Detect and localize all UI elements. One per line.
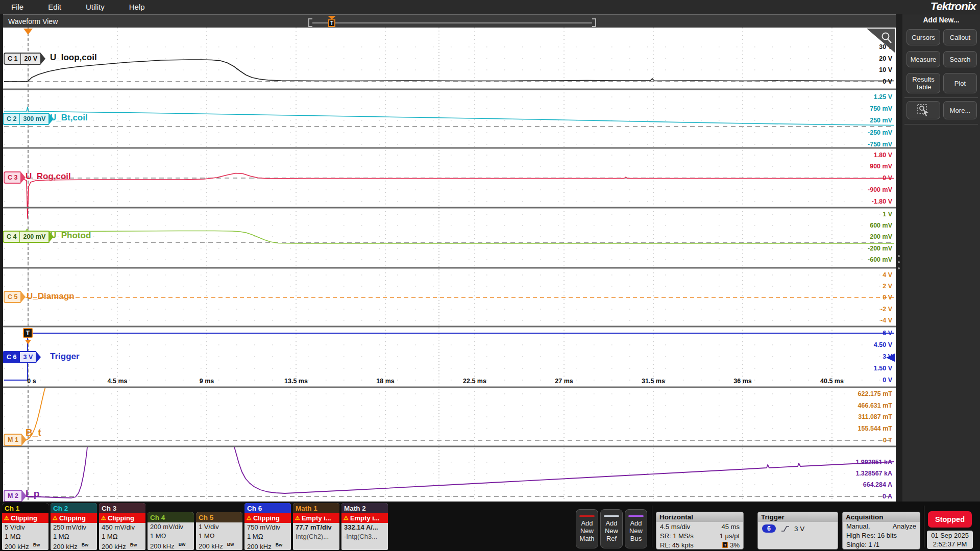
badge-ch-4[interactable]: Ch 4200 mV/div1 MΩ200 kHzBw bbox=[148, 512, 194, 550]
time-axis-label: 22.5 ms bbox=[452, 378, 498, 385]
axis-tick: 4.50 V bbox=[874, 341, 892, 349]
time-text: 2:52:37 PM bbox=[933, 540, 967, 548]
badge-header: Ch 1 bbox=[2, 503, 48, 513]
panel-drag-handle[interactable] bbox=[898, 267, 900, 269]
trigger-flag-icon: T bbox=[722, 542, 728, 548]
badge-warning: ⚠Empty i... bbox=[341, 513, 388, 523]
button-label: Add New Ref bbox=[605, 519, 618, 542]
channel-handle-c2[interactable]: C 2300 mV bbox=[3, 113, 54, 125]
add-new-ref-button[interactable]: Add New Ref bbox=[600, 509, 623, 548]
acquisition-panel-title: Acquisition bbox=[843, 512, 920, 522]
horizontal-panel-title: Horizontal bbox=[656, 512, 743, 522]
zoom-select-button[interactable] bbox=[906, 101, 940, 119]
warning-text: Clipping bbox=[108, 514, 134, 522]
add-new-bus-button[interactable]: Add New Bus bbox=[625, 509, 647, 548]
badge-math-1[interactable]: Math 1⚠Empty i...77.7 mT/divIntg(Ch2)... bbox=[293, 503, 339, 550]
time-axis-label: 27 ms bbox=[541, 378, 587, 385]
channel-handle-scale: 200 mV bbox=[19, 231, 48, 243]
panel-drag-handle[interactable] bbox=[898, 255, 900, 257]
channel-label: Trigger bbox=[50, 352, 80, 362]
badge-header: Ch 3 bbox=[99, 503, 145, 513]
badge-header: Math 2 bbox=[341, 503, 388, 513]
channel-handle-id: M 1 bbox=[4, 434, 21, 446]
axis-tick: -600 mV bbox=[868, 256, 892, 264]
button-stripe bbox=[628, 515, 644, 517]
menu-utility[interactable]: Utility bbox=[86, 3, 105, 11]
waveform-plot[interactable]: T 30 V20 V10 V0 V1.25 V750 mV250 mV-250 … bbox=[3, 28, 896, 502]
channel-handle-c6[interactable]: C 63 V bbox=[3, 351, 41, 363]
badge-scale: 77.7 mT/div bbox=[293, 523, 339, 532]
badge-scale: 200 mV/div bbox=[148, 522, 194, 532]
trigger-panel[interactable]: Trigger 6 3 V bbox=[757, 512, 838, 549]
badge-ch-5[interactable]: Ch 51 V/div1 MΩ200 kHzBw bbox=[196, 512, 242, 550]
channel-handle-m1[interactable]: M 1 bbox=[4, 434, 27, 446]
button-label: Add New Bus bbox=[629, 519, 643, 542]
add-new-panel: Add New... Cursors Callout Measure Searc… bbox=[902, 14, 980, 502]
warning-icon: ⚠ bbox=[101, 515, 106, 521]
badge-ch-2[interactable]: Ch 2⚠Clipping250 mV/div1 MΩ200 kHzBw bbox=[51, 503, 97, 550]
channel-handle-c4[interactable]: C 4200 mV bbox=[3, 231, 54, 243]
zoom-select-icon bbox=[917, 104, 930, 117]
trigger-level-arrow[interactable] bbox=[886, 354, 895, 362]
badge-math-2[interactable]: Math 2⚠Empty i...332.14 A/...-Intg(Ch3..… bbox=[341, 503, 388, 550]
panel-drag-handle[interactable] bbox=[898, 261, 900, 263]
results-table-button[interactable]: Results Table bbox=[906, 73, 940, 93]
acquisition-single: Single: 1 /1 bbox=[843, 540, 920, 549]
more-button[interactable]: More... bbox=[943, 101, 977, 119]
channel-handle-tip bbox=[21, 434, 27, 446]
warning-icon: ⚠ bbox=[4, 515, 9, 521]
record-trigger-triangle bbox=[328, 16, 336, 19]
menu-file[interactable]: File bbox=[11, 3, 23, 11]
waveform-c4-u-photod bbox=[4, 229, 894, 243]
callout-button[interactable]: Callout bbox=[943, 29, 977, 45]
bandwidth-limit-suffix: Bw bbox=[82, 542, 89, 547]
menu-help[interactable]: Help bbox=[129, 3, 145, 11]
run-stop-button[interactable]: Stopped bbox=[928, 511, 972, 528]
menu-edit[interactable]: Edit bbox=[48, 3, 61, 11]
measure-button[interactable]: Measure bbox=[906, 51, 940, 67]
add-new-math-button[interactable]: Add New Math bbox=[576, 509, 598, 548]
channel-handle-c3[interactable]: C 3 bbox=[4, 171, 26, 184]
badge-header: Ch 2 bbox=[51, 503, 97, 513]
warning-text: Empty i... bbox=[302, 514, 331, 522]
warning-icon: ⚠ bbox=[344, 515, 349, 521]
axis-tick: 0 V bbox=[883, 174, 892, 182]
waveform-view-title: Waveform View bbox=[8, 17, 58, 26]
date-text: 01 Sep 2025 bbox=[931, 531, 969, 540]
axis-tick: 664.284 A bbox=[863, 481, 892, 489]
record-trigger-flag[interactable]: T bbox=[328, 19, 335, 27]
record-view-left-bracket[interactable] bbox=[308, 18, 312, 27]
horizontal-record-length: RL: 45 kpts bbox=[660, 541, 720, 549]
record-view-right-bracket[interactable] bbox=[592, 18, 596, 27]
time-axis-label: 40.5 ms bbox=[809, 378, 855, 385]
search-button[interactable]: Search bbox=[943, 51, 977, 67]
horizontal-panel[interactable]: Horizontal 4.5 ms/div 45 ms SR: 1 MS/s 1… bbox=[656, 512, 744, 549]
badge-header: Ch 6 bbox=[244, 503, 291, 513]
time-axis-label: 0 s bbox=[9, 378, 55, 385]
channel-label: U_Diamagn bbox=[27, 291, 75, 302]
plot-button[interactable]: Plot bbox=[943, 73, 977, 93]
channel-handle-scale: 20 V bbox=[20, 53, 40, 65]
acquisition-analyze: Analyze bbox=[893, 522, 916, 531]
badge-ch-6[interactable]: Ch 6⚠Clipping750 mV/div1 MΩ200 kHzBw bbox=[244, 503, 291, 550]
acquisition-panel[interactable]: Acquisition Manual, Analyze High Res: 16… bbox=[842, 512, 920, 549]
badge-ch-1[interactable]: Ch 1⚠Clipping5 V/div1 MΩ200 kHzBw bbox=[2, 503, 48, 550]
horizontal-window: 45 ms bbox=[720, 523, 740, 531]
channel-handle-c1[interactable]: C 120 V bbox=[4, 53, 45, 65]
axis-tick: 155.544 mT bbox=[858, 424, 892, 433]
badge-warning: ⚠Clipping bbox=[244, 513, 291, 523]
cursors-button[interactable]: Cursors bbox=[906, 29, 940, 45]
badge-scale: 750 mV/div bbox=[244, 523, 291, 532]
badge-ch-3[interactable]: Ch 3⚠Clipping450 mV/div1 MΩ200 kHzBw bbox=[99, 503, 145, 550]
channel-handle-m2[interactable]: M 2 bbox=[4, 490, 27, 502]
channel-handle-c5[interactable]: C 5 bbox=[4, 291, 26, 303]
channel-handle-id: C 6 bbox=[3, 351, 19, 363]
trigger-t-marker[interactable]: T bbox=[23, 328, 33, 338]
channel-handle-id: C 4 bbox=[3, 231, 19, 243]
channel-handle-tip bbox=[20, 171, 26, 184]
time-axis-label: 4.5 ms bbox=[94, 378, 140, 385]
trigger-source-pill: 6 bbox=[762, 524, 776, 533]
badge-bandwidth: 200 kHzBw bbox=[51, 541, 97, 550]
warning-icon: ⚠ bbox=[295, 515, 300, 521]
axis-tick: 0 V bbox=[883, 376, 892, 384]
